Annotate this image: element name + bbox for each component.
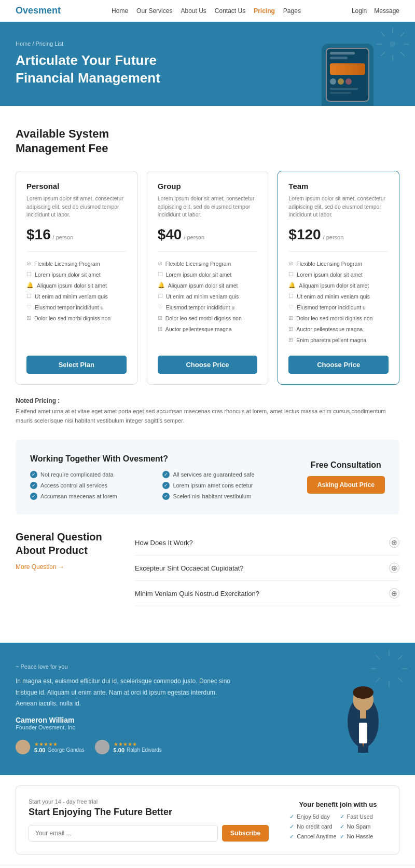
nav-links: Home Our Services About Us Contact Us Pr… — [112, 7, 301, 15]
benefit-item: ✓Fast Used — [340, 813, 386, 820]
faq-expand-icon: ⊕ — [389, 537, 399, 548]
svg-line-21 — [398, 678, 403, 682]
feature-item: 🔔Aliquam ipsum dolor sit amet — [288, 280, 389, 291]
plan-desc-team: Lorem ipsum dolor sit amet, consectetur … — [288, 195, 389, 219]
noted-label: Noted Pricing : — [16, 397, 399, 404]
nav-contact[interactable]: Contact Us — [215, 7, 245, 15]
testimonial-section: ~ Peace love for you In magna est, euism… — [0, 643, 415, 775]
feature-item: ♡Eiusmod tempor incididunt u — [288, 302, 389, 313]
feature-item: ♡Eiusmod tempor incididunt u — [158, 302, 258, 313]
nav-services[interactable]: Our Services — [136, 7, 172, 15]
cta-right: Free Consultation Asking About Price — [292, 460, 385, 494]
testimonial-person — [332, 680, 394, 775]
plan-features-personal: ⊘Flexible Licensing Program ☐Lorem ipsum… — [26, 258, 127, 345]
benefit-item: ✓Cancel Anytime — [289, 833, 336, 840]
plan-price-group: $40 / person — [158, 226, 258, 243]
review-item-1: ★★★★★ 5.00 George Gandas — [16, 740, 85, 754]
faq-item[interactable]: Minim Veniam Quis Nostrud Exercitation? … — [135, 581, 399, 606]
faq-section: General Question About Product More Ques… — [16, 530, 399, 606]
pricing-card-personal: Personal Lorem ipsum dolor sit amet, con… — [16, 171, 137, 385]
svg-line-6 — [400, 33, 404, 36]
svg-rect-14 — [359, 723, 367, 743]
subscribe-right-title: Your benefit join with us — [289, 801, 386, 808]
nav-message[interactable]: Message — [374, 7, 399, 15]
feature-item: ☐Lorem ipsum dolor sit amet — [288, 269, 389, 280]
subscribe-right: Your benefit join with us ✓Enjoy 5d day … — [279, 801, 386, 840]
avatar-1 — [16, 740, 30, 754]
choose-price-team-button[interactable]: Choose Price — [288, 356, 389, 374]
nav-home[interactable]: Home — [112, 7, 128, 15]
cta-banner: Working Together With Ovesment? ✓ Not re… — [16, 440, 399, 514]
plan-price-team: $120 / person — [288, 226, 389, 243]
choose-price-group-button[interactable]: Choose Price — [158, 356, 258, 374]
subscribe-section: Start your 14 - day free trial Start Enj… — [0, 775, 415, 865]
cta-items: ✓ Not require complicated data ✓ All ser… — [30, 471, 292, 500]
cta-right-title: Free Consultation — [307, 460, 385, 470]
svg-line-7 — [381, 52, 385, 56]
testimonial-tag: ~ Peace love for you — [16, 663, 399, 670]
cta-left: Working Together With Ovesment? ✓ Not re… — [30, 454, 292, 500]
plan-desc-group: Lorem ipsum dolor sit amet, consectetur … — [158, 195, 258, 219]
faq-more-link[interactable]: More Question → — [16, 563, 64, 571]
subscribe-left: Start your 14 - day free trial Start Enj… — [29, 798, 269, 842]
breadcrumb-home[interactable]: Home — [16, 40, 31, 47]
stars-1: ★★★★★ — [34, 741, 85, 747]
nav-pricing[interactable]: Pricing — [254, 7, 275, 15]
noted-pricing: Noted Pricing : Eleifend amet urna at et… — [16, 397, 399, 425]
plan-name-group: Group — [158, 182, 258, 191]
feature-item: ☐Ut enim ad minim veniam quis — [158, 291, 258, 302]
benefit-item: ✓No Hassle — [340, 833, 386, 840]
subscribe-box: Start your 14 - day free trial Start Enj… — [16, 785, 399, 855]
subscribe-title: Start Enjoying The Future Better — [29, 807, 269, 818]
cta-item: ✓ Lorem ipsum amet cons ectetur — [162, 482, 291, 489]
faq-item[interactable]: How Does It Work? ⊕ — [135, 530, 399, 555]
select-plan-button[interactable]: Select Plan — [26, 356, 127, 374]
nav-actions: Login Message — [352, 7, 399, 15]
plan-desc-personal: Lorem ipsum dolor sit amet, consectetur … — [26, 195, 127, 219]
faq-expand-icon: ⊕ — [389, 588, 399, 599]
cta-item: ✓ Accumsan maecenas at lorem — [30, 493, 159, 500]
svg-line-4 — [381, 33, 385, 36]
navbar: Ovesment Home Our Services About Us Cont… — [0, 0, 415, 22]
svg-line-23 — [376, 678, 380, 682]
benefit-item: ✓No Spam — [340, 823, 386, 830]
cta-item: ✓ Access control all services — [30, 482, 159, 489]
plan-name-personal: Personal — [26, 182, 127, 191]
pricing-title: Available System Management Fee — [16, 127, 399, 156]
plan-features-group: ⊘Flexible Licensing Program ☐Lorem ipsum… — [158, 258, 258, 345]
nav-login[interactable]: Login — [352, 7, 367, 15]
feature-item: ⊞Enim pharetra pellent magna — [288, 334, 389, 345]
email-input[interactable] — [29, 825, 218, 842]
faq-expand-icon: ⊕ — [389, 563, 399, 573]
nav-about[interactable]: About Us — [181, 7, 206, 15]
nav-pages[interactable]: Pages — [283, 7, 301, 15]
hero-section: Home / Pricing List Articulate Your Futu… — [0, 22, 415, 106]
cta-item: ✓ Not require complicated data — [30, 471, 159, 478]
nav-logo[interactable]: Ovesment — [16, 5, 61, 16]
feature-item: ⊘Flexible Licensing Program — [158, 258, 258, 269]
faq-items: How Does It Work? ⊕ Excepteur Sint Occae… — [135, 530, 399, 606]
plan-name-team: Team — [288, 182, 389, 191]
feature-item: ⊘Flexible Licensing Program — [26, 258, 127, 269]
avatar-2 — [95, 740, 109, 754]
faq-item[interactable]: Excepteur Sint Occaecat Cupidatat? ⊕ — [135, 555, 399, 581]
faq-left: General Question About Product More Ques… — [16, 530, 119, 606]
feature-item: ⊞Dolor leo sed morbi digniss non — [26, 313, 127, 323]
score-2: 5.00 — [114, 747, 125, 753]
stars-2: ★★★★★ — [114, 741, 162, 747]
noted-text: Eleifend amet urna at et vitae eget amet… — [16, 407, 399, 425]
feature-item: ☐Lorem ipsum dolor sit amet — [158, 269, 258, 280]
feature-item: ⊘Flexible Licensing Program — [288, 258, 389, 269]
pricing-card-group: Group Lorem ipsum dolor sit amet, consec… — [147, 171, 269, 385]
subscribe-button[interactable]: Subscribe — [222, 825, 269, 842]
score-1: 5.00 — [34, 747, 45, 753]
cta-item: ✓ All services are guaranteed safe — [162, 471, 291, 478]
faq-question-2: Excepteur Sint Occaecat Cupidatat? — [135, 564, 244, 572]
deco-burst — [375, 26, 411, 62]
feature-item: ☐Lorem ipsum dolor sit amet — [26, 269, 127, 280]
feature-item: ⊞Dolor leo sed morbi digniss non — [158, 313, 258, 323]
feature-item: ⊞Auctor pellentesque magna — [158, 323, 258, 334]
asking-price-button[interactable]: Asking About Price — [307, 476, 385, 494]
svg-point-8 — [390, 41, 395, 47]
svg-line-20 — [376, 656, 380, 660]
